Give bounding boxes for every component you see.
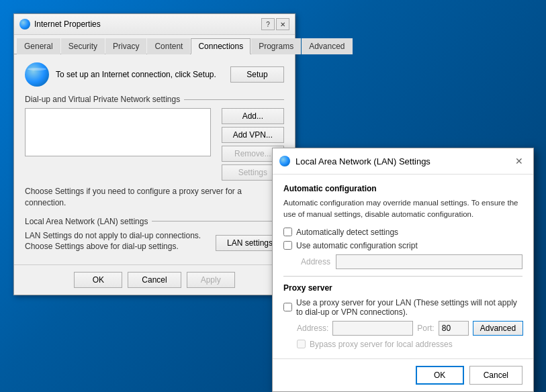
- auto-config-desc: Automatic configuration may override man…: [283, 197, 522, 221]
- titlebar-controls: ? ✕: [261, 18, 289, 30]
- help-button[interactable]: ?: [261, 18, 275, 30]
- auto-address-label: Address: [297, 257, 330, 266]
- titlebar-left: Internet Properties: [19, 19, 101, 30]
- apply-button[interactable]: Apply: [187, 272, 235, 288]
- proxy-address-label: Address:: [297, 324, 328, 333]
- dialog-title: Internet Properties: [34, 19, 101, 29]
- lan-cancel-button[interactable]: Cancel: [469, 366, 522, 385]
- internet-properties-dialog: Internet Properties ? ✕ General Security…: [13, 13, 295, 295]
- setup-section: To set up an Internet connection, click …: [25, 62, 284, 87]
- auto-script-row: Use automatic configuration script: [283, 241, 522, 250]
- proxy-server-title: Proxy server: [283, 283, 522, 293]
- lan-ok-button[interactable]: OK: [416, 366, 464, 385]
- use-proxy-label: Use a proxy server for your LAN (These s…: [296, 298, 522, 317]
- tab-programs[interactable]: Programs: [251, 38, 301, 54]
- tab-general[interactable]: General: [17, 38, 60, 54]
- add-vpn-button[interactable]: Add VPN...: [222, 127, 284, 143]
- tabs-bar: General Security Privacy Content Connect…: [14, 35, 295, 54]
- auto-address-row: Address: [297, 254, 522, 269]
- tab-content[interactable]: Content: [147, 38, 190, 54]
- ok-button[interactable]: OK: [74, 272, 122, 288]
- tab-privacy[interactable]: Privacy: [105, 38, 146, 54]
- setup-text: To set up an Internet connection, click …: [56, 70, 224, 79]
- tab-advanced[interactable]: Advanced: [302, 38, 352, 54]
- vpn-list[interactable]: [25, 108, 211, 156]
- advanced-button[interactable]: Advanced: [473, 321, 523, 336]
- lan-dialog-title: Local Area Network (LAN) Settings: [295, 156, 430, 166]
- use-proxy-row: Use a proxy server for your LAN (These s…: [283, 298, 522, 317]
- proxy-address-input[interactable]: [332, 321, 413, 336]
- cancel-button[interactable]: Cancel: [128, 272, 181, 288]
- lan-close-button[interactable]: ✕: [512, 154, 527, 168]
- lan-section-label: Local Area Network (LAN) settings: [25, 217, 284, 226]
- lan-section: Local Area Network (LAN) settings LAN Se…: [25, 217, 284, 257]
- section-divider: [283, 276, 522, 277]
- auto-script-checkbox[interactable]: [283, 241, 292, 250]
- dialog-content: To set up an Internet connection, click …: [14, 54, 295, 264]
- bypass-checkbox[interactable]: [297, 340, 306, 348]
- lan-titlebar: Local Area Network (LAN) Settings ✕: [273, 148, 533, 175]
- lan-settings-dialog: Local Area Network (LAN) Settings ✕ Auto…: [272, 148, 534, 392]
- lan-titlebar-left: Local Area Network (LAN) Settings: [279, 156, 430, 166]
- proxy-text: Choose Settings if you need to configure…: [25, 186, 284, 209]
- lan-text: LAN Settings do not apply to dial-up con…: [25, 230, 210, 253]
- port-input[interactable]: [439, 321, 469, 336]
- vpn-list-container: [25, 108, 211, 162]
- tab-security[interactable]: Security: [61, 38, 105, 54]
- dialog-footer: OK Cancel Apply: [14, 264, 295, 295]
- titlebar: Internet Properties ? ✕: [14, 14, 295, 35]
- lan-dialog-icon: [279, 156, 290, 166]
- auto-detect-checkbox[interactable]: [283, 228, 292, 236]
- auto-address-input[interactable]: [336, 254, 522, 269]
- proxy-address-row: Address: Port: Advanced: [297, 321, 522, 336]
- dialog-icon: [19, 19, 30, 30]
- add-button[interactable]: Add...: [222, 108, 284, 124]
- port-label: Port:: [417, 324, 434, 333]
- lan-dialog-footer: OK Cancel: [273, 358, 533, 391]
- auto-script-label: Use automatic configuration script: [296, 241, 418, 250]
- tab-connections[interactable]: Connections: [191, 38, 251, 54]
- auto-detect-label: Automatically detect settings: [296, 228, 398, 237]
- lan-dialog-content: Automatic configuration Automatic config…: [273, 175, 533, 358]
- setup-icon: [25, 62, 49, 87]
- auto-detect-row: Automatically detect settings: [283, 228, 522, 237]
- vpn-section: Add... Add VPN... Remove... Settings: [25, 108, 284, 181]
- lan-row: LAN Settings do not apply to dial-up con…: [25, 230, 284, 257]
- close-button[interactable]: ✕: [276, 18, 289, 30]
- bypass-row: Bypass proxy server for local addresses: [297, 340, 522, 349]
- bypass-label: Bypass proxy server for local addresses: [310, 340, 453, 349]
- dialup-section-label: Dial-up and Virtual Private Network sett…: [25, 95, 284, 104]
- setup-button[interactable]: Setup: [230, 66, 284, 83]
- use-proxy-checkbox[interactable]: [283, 303, 292, 311]
- auto-config-title: Automatic configuration: [283, 184, 522, 193]
